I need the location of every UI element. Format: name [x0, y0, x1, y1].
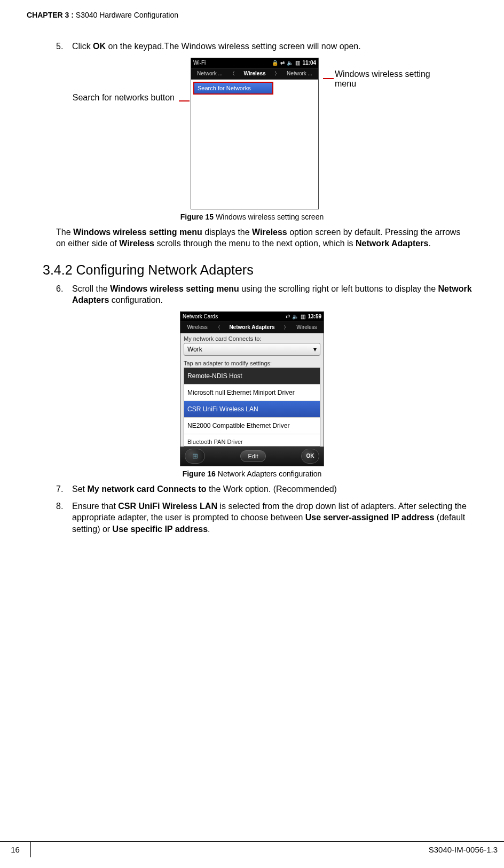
bold: Windows wireless setting menu: [110, 284, 239, 293]
wireless-menu-bar[interactable]: Network ... 〈 Wireless 〉 Network ...: [191, 68, 318, 80]
battery-icon: ▥: [295, 60, 300, 66]
red-connector-left: [179, 58, 186, 106]
doc-id: S3040-IM-0056-1.3: [31, 842, 504, 857]
adapter-item[interactable]: Remote-NDIS Host: [184, 368, 320, 385]
chapter-title: S3040 Hardware Configuration: [74, 11, 178, 19]
figure-number: Figure 16: [183, 470, 216, 478]
text: scrolls through the menu to the next opt…: [154, 239, 356, 248]
bold: CSR UniFi Wireless LAN: [118, 502, 217, 511]
step-text: Set My network card Connects to the Work…: [72, 483, 472, 495]
figure-number: Figure 15: [180, 213, 214, 221]
bold: My network card Connects to: [87, 484, 206, 494]
chapter-header: CHAPTER 3 : S3040 Hardware Configuration: [27, 11, 477, 19]
battery-icon: ▥: [301, 314, 305, 319]
figure-16-caption: Figure 16 Network Adapters configuration: [27, 470, 477, 478]
figure-title: Network Adapters configuration: [216, 470, 321, 478]
text: Set: [72, 484, 87, 494]
status-bar: Wi-Fi 🔒 ⇄ 🔈 ▥ 11:04: [191, 58, 318, 68]
status-bar: Network Cards ⇄ 🔈 ▥ 13:59: [180, 312, 324, 322]
step-text: Click OK on the keypad.The Windows wirel…: [72, 41, 472, 52]
chapter-label: CHAPTER 3 :: [27, 11, 74, 19]
figure-15-caption: Figure 15 Windows wireless setting scree…: [27, 213, 477, 221]
annotation-search-button: Search for networks button: [73, 93, 175, 102]
text: configuration.: [109, 295, 163, 304]
adapter-item[interactable]: NE2000 Compatible Ethernet Driver: [184, 418, 320, 434]
menu-left[interactable]: Network ...: [191, 71, 229, 76]
text: The: [56, 228, 73, 237]
step-6: 6. Scroll the Windows wireless setting m…: [56, 283, 472, 306]
bold: Wireless: [252, 228, 287, 237]
lock-icon: 🔒: [272, 60, 278, 66]
chevron-right-icon[interactable]: 〉: [273, 70, 281, 77]
adapter-item-selected[interactable]: CSR UniFi Wireless LAN: [184, 401, 320, 418]
text: Scroll the: [72, 284, 110, 293]
connects-to-label: My network card Connects to:: [180, 333, 324, 343]
connects-to-select[interactable]: Work ▾: [184, 343, 320, 356]
bold: Wireless: [119, 239, 154, 248]
step-7: 7. Set My network card Connects to the W…: [56, 483, 472, 495]
menu-right[interactable]: Network ...: [281, 71, 318, 76]
annotation-left: Search for networks button: [57, 58, 175, 103]
text: displays the: [202, 228, 252, 237]
clock: 13:59: [308, 314, 321, 319]
blank-area: [191, 97, 318, 209]
adapter-item[interactable]: Bluetooth PAN Driver: [184, 434, 320, 446]
step-number: 5.: [56, 41, 72, 52]
text: using the scrolling right or left button…: [239, 284, 438, 293]
tap-adapter-label: Tap an adapter to modify settings:: [180, 358, 324, 367]
text: Click: [72, 42, 93, 51]
menu-center: Network Adapters: [222, 324, 282, 330]
chevron-right-icon[interactable]: 〉: [282, 324, 290, 331]
text: .: [208, 525, 210, 534]
subsection-heading: 3.4.2 Configuring Network Adapters: [43, 262, 477, 278]
menu-right[interactable]: Wireless: [290, 324, 324, 330]
menu-left[interactable]: Wireless: [180, 324, 214, 330]
sync-icon: ⇄: [280, 60, 285, 66]
text: .: [428, 239, 430, 248]
chevron-down-icon: ▾: [313, 346, 317, 353]
edit-button[interactable]: Edit: [240, 450, 266, 462]
text: the Work option. (Recommended): [207, 484, 337, 494]
paragraph-menu-desc: The Windows wireless setting menu displa…: [56, 226, 472, 249]
search-for-networks-button[interactable]: Search for Networks: [193, 82, 273, 95]
step-text: Ensure that CSR UniFi Wireless LAN is se…: [72, 501, 472, 535]
text: Ensure that: [72, 502, 118, 511]
step-number: 6.: [56, 283, 72, 306]
page-number: 16: [0, 842, 31, 857]
windows-button[interactable]: ⊞: [185, 449, 205, 464]
annotation-wireless-menu: Windows wireless setting menu: [335, 69, 430, 88]
device-screenshot-2: Network Cards ⇄ 🔈 ▥ 13:59 Wireless 〈 Net…: [180, 311, 324, 466]
annotation-right: Windows wireless setting menu: [335, 58, 447, 89]
sync-icon: ⇄: [286, 314, 290, 319]
volume-icon: 🔈: [292, 314, 298, 319]
ok-button[interactable]: OK: [301, 449, 319, 464]
menu-center: Wireless: [236, 71, 273, 76]
bottom-bar: ⊞ Edit OK: [180, 447, 324, 466]
step-number: 8.: [56, 501, 72, 535]
select-value: Work: [187, 346, 202, 353]
bold: Network Adapters: [356, 239, 428, 248]
bold: Use specific IP address: [113, 525, 208, 534]
red-connector-right: [323, 58, 330, 83]
nc-title: Network Cards: [183, 314, 218, 319]
adapter-list: Remote-NDIS Host Microsoft null Ethernet…: [184, 367, 320, 447]
bold: Windows wireless setting menu: [73, 228, 202, 237]
clock: 11:04: [302, 60, 316, 66]
device-screenshot-1: Wi-Fi 🔒 ⇄ 🔈 ▥ 11:04 Network ... 〈 Wirele…: [191, 58, 319, 209]
step-5: 5. Click OK on the keypad.The Windows wi…: [56, 41, 472, 52]
step-text: Scroll the Windows wireless setting menu…: [72, 283, 472, 306]
volume-icon: 🔈: [287, 60, 293, 66]
step-8: 8. Ensure that CSR UniFi Wireless LAN is…: [56, 501, 472, 535]
step-number: 7.: [56, 483, 72, 495]
chevron-left-icon[interactable]: 〈: [229, 70, 236, 77]
ok-label: OK: [93, 42, 106, 51]
figure-title: Windows wireless setting screen: [214, 213, 324, 221]
figure-15-row: Search for networks button Wi-Fi 🔒 ⇄ 🔈 ▥…: [27, 58, 477, 209]
text: on the keypad.The Windows wireless setti…: [106, 42, 361, 51]
wifi-title: Wi-Fi: [193, 60, 206, 66]
chevron-left-icon[interactable]: 〈: [214, 324, 222, 331]
network-adapters-menu-bar[interactable]: Wireless 〈 Network Adapters 〉 Wireless: [180, 322, 324, 333]
adapter-item[interactable]: Microsoft null Ethernet Miniport Driver: [184, 385, 320, 401]
page-footer: 16 S3040-IM-0056-1.3: [0, 841, 504, 857]
bold: Use server-assigned IP address: [305, 513, 435, 522]
